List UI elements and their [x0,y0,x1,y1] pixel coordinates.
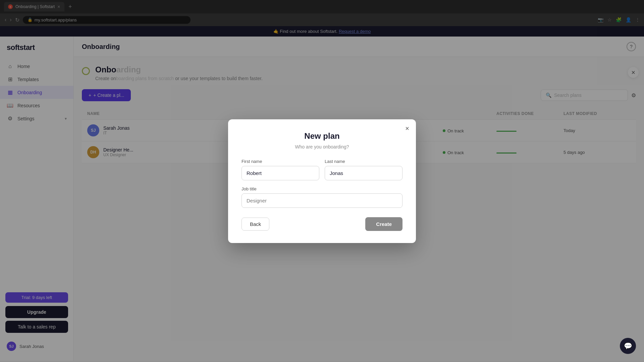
first-name-group: First name [241,159,319,180]
job-title-field[interactable] [241,193,402,208]
last-name-group: Last name [325,159,402,180]
app-container: softstart ⌂ Home ⊞ Templates ▦ Onboardin… [0,37,644,361]
last-name-label: Last name [325,159,402,164]
chat-icon: 💬 [624,342,632,350]
form-name-row: First name Last name [241,159,402,180]
modal-footer: Back Create [241,217,402,231]
modal-title: New plan [241,131,402,141]
job-title-label: Job title [241,186,402,191]
first-name-field[interactable] [241,166,319,180]
first-name-label: First name [241,159,319,164]
chat-button[interactable]: 💬 [620,338,636,354]
job-title-group: Job title [241,186,402,208]
back-button[interactable]: Back [241,218,269,231]
last-name-field[interactable] [325,166,402,180]
modal-subtitle: Who are you onboarding? [241,144,402,149]
new-plan-modal: × New plan Who are you onboarding? First… [228,119,416,243]
create-button[interactable]: Create [365,217,402,231]
modal-overlay[interactable]: × New plan Who are you onboarding? First… [0,0,644,361]
modal-close-button[interactable]: × [405,125,409,132]
